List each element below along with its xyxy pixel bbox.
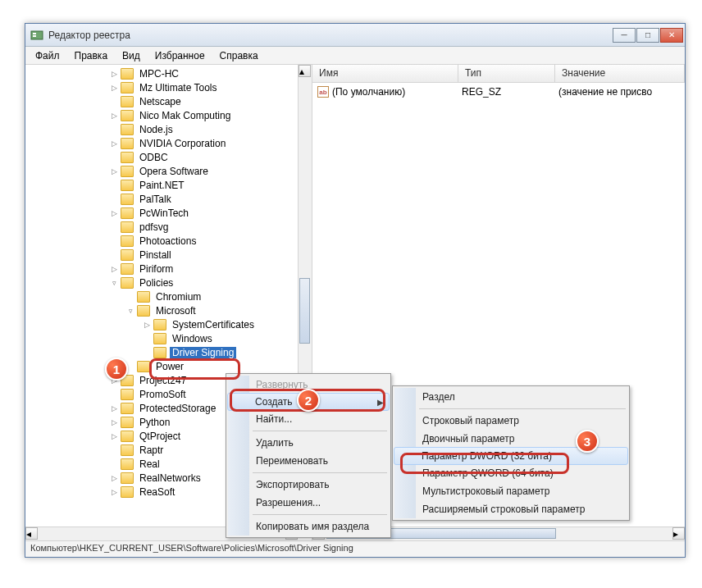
expand-toggle-icon[interactable]: ▷ — [109, 111, 119, 121]
tree-item-label: Microsoft — [153, 305, 198, 317]
tree-item[interactable]: ▷Mz Ultimate Tools — [25, 80, 312, 94]
expand-toggle-icon[interactable]: ▷ — [109, 487, 119, 497]
value-row[interactable]: ab (По умолчанию) REG_SZ (значение не пр… — [312, 84, 685, 99]
menu-view[interactable]: Вид — [116, 48, 147, 63]
folder-icon — [121, 82, 134, 93]
ctx-new-key[interactable]: Раздел — [394, 388, 627, 406]
expand-toggle-icon[interactable]: ▷ — [109, 417, 119, 427]
expand-toggle-icon[interactable]: ▷ — [109, 83, 119, 93]
tree-item[interactable]: ODBC — [25, 150, 312, 164]
ctx-export[interactable]: Экспортировать — [228, 476, 389, 494]
tree-item[interactable]: ▷Opera Software — [25, 164, 312, 178]
tree-item[interactable]: Windows — [25, 331, 312, 345]
ctx-permissions[interactable]: Разрешения... — [228, 494, 389, 512]
scroll-thumb[interactable] — [299, 278, 310, 344]
folder-icon — [121, 249, 134, 261]
folder-icon — [121, 277, 134, 289]
expand-toggle-icon[interactable]: ▷ — [142, 320, 152, 330]
tree-item[interactable]: ▷Nico Mak Computing — [25, 108, 312, 122]
tree-item[interactable]: ▷NVIDIA Corporation — [25, 136, 312, 150]
tree-item[interactable]: ▷Piriform — [25, 262, 312, 276]
column-headers[interactable]: Имя Тип Значение — [312, 65, 685, 83]
menu-bar: Файл Правка Вид Избранное Справка — [25, 47, 685, 65]
scroll-up-button[interactable]: ▴ — [299, 65, 311, 77]
folder-icon — [121, 417, 134, 428]
col-value[interactable]: Значение — [555, 65, 685, 82]
expand-toggle-icon[interactable]: ▷ — [109, 473, 119, 483]
expand-toggle-icon[interactable]: ▷ — [109, 208, 119, 218]
col-type[interactable]: Тип — [458, 65, 555, 82]
ctx-delete[interactable]: Удалить — [228, 434, 389, 452]
folder-icon — [153, 333, 166, 344]
ctx-new-expandstring[interactable]: Расширяемый строковый параметр — [394, 500, 627, 518]
tree-item[interactable]: ▷PcWinTech — [25, 206, 312, 220]
expand-toggle-icon[interactable]: ▿ — [125, 306, 135, 316]
expand-toggle-icon[interactable]: ▷ — [109, 264, 119, 274]
tree-item[interactable]: Pinstall — [25, 248, 312, 262]
ctx-new-string[interactable]: Строковый параметр — [394, 412, 627, 430]
ctx-copyname[interactable]: Копировать имя раздела — [228, 517, 389, 536]
title-bar[interactable]: Редактор реестра ─ □ ✕ — [25, 24, 685, 47]
window-title: Редактор реестра — [48, 30, 613, 41]
tree-item[interactable]: PalTalk — [25, 192, 312, 206]
expand-toggle-icon[interactable]: ▷ — [109, 403, 119, 413]
expand-toggle-icon[interactable]: ▷ — [109, 166, 119, 176]
tree-item[interactable]: pdfsvg — [25, 220, 312, 234]
svg-rect-1 — [33, 33, 36, 34]
folder-icon — [137, 361, 150, 372]
ctx-new-multistring[interactable]: Мультистроковый параметр — [394, 482, 627, 500]
ctx-new-qword[interactable]: Параметр QWORD (64 бита) — [394, 464, 627, 482]
tree-item[interactable]: Driver Signing — [25, 345, 312, 359]
tree-item[interactable]: ▿Policies — [25, 276, 312, 289]
folder-icon — [121, 486, 134, 498]
tree-item-label: PromoSoft — [137, 389, 189, 400]
tree-item[interactable]: Photoactions — [25, 234, 312, 248]
menu-edit[interactable]: Правка — [68, 48, 115, 63]
tree-item[interactable]: Power — [25, 359, 312, 373]
expand-toggle-icon[interactable]: ▿ — [109, 278, 119, 288]
submenu-arrow-icon: ▶ — [377, 398, 384, 407]
expand-toggle-icon[interactable]: ▷ — [109, 69, 119, 79]
badge-3: 3 — [576, 430, 599, 453]
tree-item-label: ProtectedStorage — [137, 403, 218, 414]
ctx-create-label: Создать — [255, 396, 293, 408]
folder-icon — [121, 472, 134, 484]
tree-item[interactable]: ▿Microsoft — [25, 303, 312, 317]
tree-item[interactable]: Netscape — [25, 94, 312, 108]
tree-item-label: SystemCertificates — [170, 319, 257, 330]
minimize-button[interactable]: ─ — [613, 28, 636, 43]
tree-item-label: Opera Software — [137, 166, 211, 177]
menu-favorites[interactable]: Избранное — [148, 48, 212, 63]
close-button[interactable]: ✕ — [660, 28, 683, 43]
tree-item-label: Paint.NET — [137, 180, 187, 191]
expand-toggle-icon[interactable]: ▷ — [109, 431, 119, 441]
app-icon — [30, 29, 43, 42]
tree-item[interactable]: ▷MPC-HC — [25, 66, 312, 80]
expand-toggle-icon[interactable]: ▷ — [109, 139, 119, 148]
folder-icon — [121, 166, 134, 177]
ctx-rename[interactable]: Переименовать — [228, 452, 389, 470]
expand-toggle-icon — [109, 125, 119, 134]
tree-item-label: Windows — [170, 333, 215, 344]
tree-item[interactable]: ▷SystemCertificates — [25, 317, 312, 331]
tree-item-label: PcWinTech — [137, 207, 191, 219]
scroll-left-button[interactable]: ◂ — [25, 527, 38, 540]
tree-item[interactable]: Chromium — [25, 289, 312, 303]
ctx-find[interactable]: Найти... — [228, 410, 389, 428]
folder-icon — [121, 96, 134, 107]
maximize-button[interactable]: □ — [636, 28, 659, 43]
folder-icon — [121, 458, 134, 470]
tree-item-label: Chromium — [153, 291, 203, 303]
folder-icon — [121, 403, 134, 414]
folder-icon — [121, 110, 134, 121]
menu-help[interactable]: Справка — [213, 48, 265, 63]
col-name[interactable]: Имя — [312, 65, 458, 82]
tree-item[interactable]: Paint.NET — [25, 178, 312, 192]
folder-icon — [137, 305, 150, 317]
folder-icon — [121, 263, 134, 275]
folder-icon — [153, 347, 166, 358]
create-submenu: Раздел Строковый параметр Двоичный парам… — [392, 385, 630, 521]
tree-item[interactable]: Node.js — [25, 122, 312, 136]
menu-file[interactable]: Файл — [29, 48, 66, 63]
scroll-right-button[interactable]: ▸ — [672, 527, 685, 540]
